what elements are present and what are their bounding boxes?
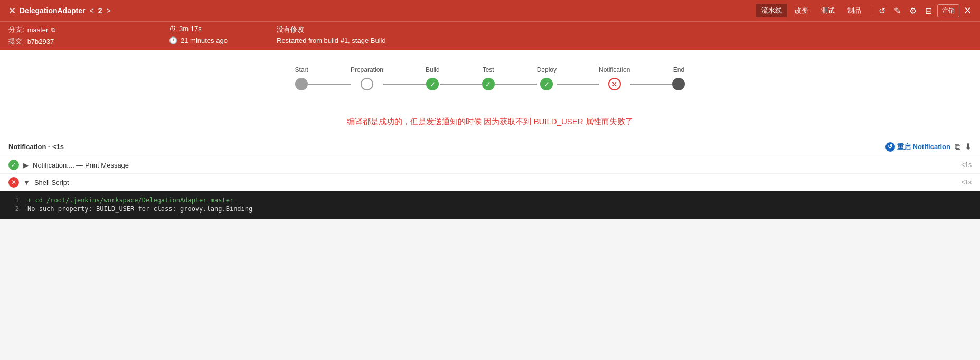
- time-value: 21 minutes ago: [181, 36, 228, 44]
- stage-notification-label: Notification: [599, 66, 630, 73]
- terminal-output: 1 + cd /root/.jenkins/workspace/Delegati…: [0, 191, 980, 219]
- nav-pipeline[interactable]: 流水线: [756, 4, 787, 17]
- right-angle: >: [106, 6, 110, 15]
- line-num-2: 2: [8, 205, 19, 213]
- stage-test[interactable]: Test ✓: [482, 66, 495, 90]
- stage-end[interactable]: End: [672, 66, 685, 90]
- stage-test-label: Test: [483, 66, 494, 73]
- stage-build-label: Build: [426, 66, 440, 73]
- divider1: [871, 5, 871, 16]
- stage-start-label: Start: [295, 66, 308, 73]
- restart-notification-link[interactable]: ↺ 重启 Notification: [885, 142, 950, 152]
- notification-title: Notification - <1s: [8, 143, 64, 151]
- log-status-green-icon: ✓: [8, 160, 19, 170]
- stage-end-label: End: [673, 66, 684, 73]
- pipeline-section: Start Preparation Build ✓ Test ✓ Deploy …: [0, 50, 980, 101]
- stage-notification[interactable]: Notification ✕: [599, 66, 630, 90]
- download-button[interactable]: ⬇: [965, 142, 972, 152]
- stage-preparation[interactable]: Preparation: [351, 66, 383, 90]
- refresh-button[interactable]: ↺: [875, 4, 889, 18]
- notification-panel: Notification - <1s ↺ 重启 Notification ⧉ ⬇…: [0, 137, 980, 219]
- log-text-notification: Notification.... — Print Message: [33, 161, 957, 169]
- stage-build-circle: ✓: [426, 78, 439, 90]
- main-header: ✕ DelegationAdapter < 2 > 流水线 改变 测试 制品 ↺…: [0, 0, 980, 21]
- stage-start[interactable]: Start: [295, 66, 308, 90]
- connector-4: [495, 84, 537, 85]
- notification-header-right: ↺ 重启 Notification ⧉ ⬇: [885, 142, 972, 152]
- restart-row: Restarted from build #1, stage Build: [277, 36, 972, 46]
- time-row: 🕐 21 minutes ago: [169, 36, 275, 46]
- project-title: DelegationAdapter: [20, 6, 85, 15]
- expand-icon-shell[interactable]: ▼: [23, 179, 30, 187]
- settings-button[interactable]: ⚙: [906, 4, 920, 18]
- sub-header: 分支: master ⧉ ⏱ 3m 17s 没有修改 提交: b7b2937 �: [0, 21, 980, 50]
- status-row: 没有修改: [277, 25, 972, 34]
- stage-test-circle: ✓: [482, 78, 495, 90]
- commit-label: 提交:: [8, 36, 24, 46]
- expand-icon-notification[interactable]: ▶: [23, 161, 29, 169]
- duration-row: ⏱ 3m 17s: [169, 25, 275, 34]
- duration-value: 3m 17s: [179, 25, 202, 33]
- terminal-line-2: 2 No such property: BUILD_USER for class…: [8, 205, 972, 213]
- sub-header-grid: 分支: master ⧉ ⏱ 3m 17s 没有修改 提交: b7b2937 �: [8, 25, 972, 46]
- connector-2: [383, 84, 426, 85]
- connector-1: [308, 84, 351, 85]
- stage-preparation-circle: [361, 78, 373, 90]
- nav-changes[interactable]: 改变: [789, 4, 814, 17]
- log-status-red-icon: ✕: [8, 177, 19, 188]
- log-row-shell[interactable]: ✕ ▼ Shell Script <1s: [0, 174, 980, 191]
- nav-tests[interactable]: 测试: [816, 4, 840, 17]
- nav-artifacts[interactable]: 制品: [842, 4, 866, 17]
- header-left: ✕ DelegationAdapter < 2 >: [8, 6, 111, 16]
- connector-6: [630, 84, 672, 85]
- stage-deploy[interactable]: Deploy ✓: [537, 66, 557, 90]
- signout-button[interactable]: 注销: [937, 4, 959, 17]
- exit-button[interactable]: ⊟: [922, 4, 935, 18]
- connector-5: [557, 84, 599, 85]
- clock-icon: 🕐: [169, 36, 177, 44]
- stage-notification-circle: ✕: [608, 78, 621, 90]
- stage-end-circle: [672, 78, 685, 90]
- build-number: 2: [98, 6, 102, 15]
- terminal-content-2: No such property: BUILD_USER for class: …: [27, 205, 252, 213]
- open-external-button[interactable]: ⧉: [955, 142, 960, 152]
- stage-deploy-label: Deploy: [537, 66, 557, 73]
- left-angle: <: [89, 6, 93, 15]
- restart-icon: ↺: [885, 142, 895, 152]
- stage-build[interactable]: Build ✓: [426, 66, 440, 90]
- log-row-notification[interactable]: ✓ ▶ Notification.... — Print Message <1s: [0, 156, 980, 174]
- terminal-content-1: + cd /root/.jenkins/workspace/Delegation…: [27, 197, 233, 204]
- log-time-shell: <1s: [961, 179, 972, 186]
- header-nav: 流水线 改变 测试 制品 ↺ ✎ ⚙ ⊟ 注销 ✕: [756, 4, 972, 18]
- error-message-section: 编译都是成功的，但是发送通知的时候 因为获取不到 BUILD_USER 属性而失…: [0, 101, 980, 137]
- restart-info: Restarted from build #1, stage Build: [277, 36, 386, 44]
- commit-row: 提交: b7b2937: [8, 36, 167, 46]
- stages-container: Start Preparation Build ✓ Test ✓ Deploy …: [295, 66, 685, 90]
- restart-label: 重启 Notification: [897, 142, 950, 152]
- stage-start-circle: [295, 78, 308, 90]
- change-status: 没有修改: [277, 25, 304, 34]
- log-time-notification: <1s: [961, 161, 972, 169]
- close-x-icon[interactable]: ✕: [8, 6, 15, 16]
- branch-row: 分支: master ⧉: [8, 25, 167, 34]
- close-button[interactable]: ✕: [964, 5, 972, 16]
- commit-value: b7b2937: [27, 38, 54, 45]
- branch-value: master: [27, 26, 49, 34]
- connector-3: [440, 84, 482, 85]
- edit-button[interactable]: ✎: [891, 4, 904, 18]
- external-link-icon[interactable]: ⧉: [51, 26, 55, 33]
- stage-deploy-circle: ✓: [540, 78, 553, 90]
- log-text-shell: Shell Script: [34, 179, 957, 187]
- branch-label: 分支:: [8, 25, 24, 34]
- stage-preparation-label: Preparation: [351, 66, 383, 73]
- line-num-1: 1: [8, 197, 19, 204]
- error-text: 编译都是成功的，但是发送通知的时候 因为获取不到 BUILD_USER 属性而失…: [0, 117, 980, 127]
- terminal-line-1: 1 + cd /root/.jenkins/workspace/Delegati…: [8, 197, 972, 204]
- duration-icon: ⏱: [169, 25, 176, 33]
- notification-header: Notification - <1s ↺ 重启 Notification ⧉ ⬇: [0, 137, 980, 156]
